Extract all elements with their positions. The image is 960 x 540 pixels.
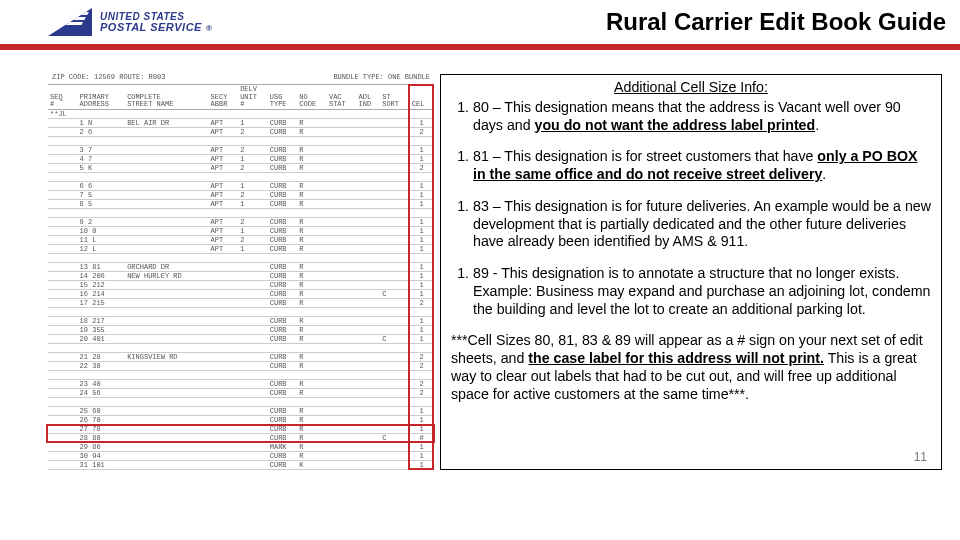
table-row: [48, 254, 434, 263]
usps-logo: UNITED STATES POSTAL SERVICE®: [48, 8, 212, 36]
sheet-col-header: SEQ #: [48, 85, 78, 110]
table-row: [48, 173, 434, 182]
table-row: 16 214CURBRC1: [48, 290, 434, 299]
sheet-table: SEQ #PRIMARY ADDRESSCOMPLETE STREET NAME…: [48, 84, 434, 470]
edit-sheet-image: ZIP CODE: 12569 ROUTE: R003 BUNDLE TYPE:…: [0, 74, 440, 470]
table-row: 22 30CURBR2: [48, 362, 434, 371]
sheet-col-header: NO CODE: [297, 85, 327, 110]
sheet-col-header: PRIMARY ADDRESS: [78, 85, 126, 110]
info-item-81: 81 – This designation is for street cust…: [473, 148, 931, 184]
sheet-col-header: ST SORT: [380, 85, 410, 110]
table-row: [48, 371, 434, 380]
table-row: 11 LAPT2CURBR1: [48, 236, 434, 245]
table-row: 31 101CURBK1: [48, 461, 434, 470]
sheet-columns: SEQ #PRIMARY ADDRESSCOMPLETE STREET NAME…: [48, 85, 434, 110]
info-note: ***Cell Sizes 80, 81, 83 & 89 will appea…: [451, 332, 931, 403]
table-row: 1 NBEL AIR DRAPT1CURBR1: [48, 119, 434, 128]
table-row: 14 206NEW HURLEY RDCURBR1: [48, 272, 434, 281]
table-row: 30 94CURBR1: [48, 452, 434, 461]
slide-header: UNITED STATES POSTAL SERVICE® Rural Carr…: [0, 0, 960, 44]
table-row: 15 212CURBR1: [48, 281, 434, 290]
table-row: 28 80CURBRC#: [48, 434, 434, 443]
table-row: **JL: [48, 110, 434, 119]
info-panel: Additional Cell Size Info: 80 – This des…: [440, 74, 942, 470]
usps-wordmark: UNITED STATES POSTAL SERVICE®: [100, 12, 212, 33]
info-title: Additional Cell Size Info:: [451, 79, 931, 97]
sheet-header-right: BUNDLE TYPE: ONE BUNDLE: [333, 74, 430, 81]
table-row: 27 78CURBR1: [48, 425, 434, 434]
edit-sheet: ZIP CODE: 12569 ROUTE: R003 BUNDLE TYPE:…: [48, 74, 434, 470]
table-row: 19 355CURBR1: [48, 326, 434, 335]
table-row: 2 6APT2CURBR2: [48, 128, 434, 137]
table-row: 5 KAPT2CURBR2: [48, 164, 434, 173]
sheet-col-header: SECY ABBR: [209, 85, 239, 110]
table-row: 10 0APT1CURBR1: [48, 227, 434, 236]
table-row: 7 5APT2CURBR1: [48, 191, 434, 200]
table-row: [48, 137, 434, 146]
table-row: 8 5APT1CURBR1: [48, 200, 434, 209]
table-row: [48, 344, 434, 353]
info-item-80: 80 – This designation means that the add…: [473, 99, 931, 135]
table-row: 12 LAPT1CURBR1: [48, 245, 434, 254]
sheet-col-header: ADL IND: [357, 85, 381, 110]
table-row: 20 401CURBRC1: [48, 335, 434, 344]
info-item-89: 89 - This designation is to annotate a s…: [473, 265, 931, 318]
sheet-col-header: VAC STAT: [327, 85, 357, 110]
sheet-header: ZIP CODE: 12569 ROUTE: R003 BUNDLE TYPE:…: [48, 74, 434, 84]
table-row: 3 7APT2CURBR1: [48, 146, 434, 155]
sheet-col-header: USG TYPE: [268, 85, 298, 110]
sheet-col-header: COMPLETE STREET NAME: [125, 85, 208, 110]
table-row: 29 86MARKR1: [48, 443, 434, 452]
table-row: 9 2APT2CURBR1: [48, 218, 434, 227]
sheet-col-header: DELV UNIT #: [238, 85, 268, 110]
info-list: 80 – This designation means that the add…: [451, 99, 931, 319]
info-item-83: 83 – This designation is for future deli…: [473, 198, 931, 251]
table-row: 23 40CURBR2: [48, 380, 434, 389]
page-number: 11: [914, 450, 927, 465]
table-row: 24 56CURBR2: [48, 389, 434, 398]
sheet-col-header: CEL: [410, 85, 434, 110]
table-row: [48, 209, 434, 218]
table-row: 21 28KINGSVIEW RDCURBR2: [48, 353, 434, 362]
sheet-header-left: ZIP CODE: 12569 ROUTE: R003: [52, 74, 165, 81]
page-title: Rural Carrier Edit Book Guide: [606, 8, 946, 36]
content-area: ZIP CODE: 12569 ROUTE: R003 BUNDLE TYPE:…: [0, 50, 960, 470]
eagle-icon: [48, 8, 92, 36]
table-row: 26 70CURBR1: [48, 416, 434, 425]
table-row: [48, 308, 434, 317]
table-row: 17 215CURBR2: [48, 299, 434, 308]
table-row: 13 81ORCHARD DRCURBR1: [48, 263, 434, 272]
table-row: 18 217CURBR1: [48, 317, 434, 326]
table-row: 4 7APT1CURBR1: [48, 155, 434, 164]
table-row: [48, 398, 434, 407]
logo-line-2: POSTAL SERVICE®: [100, 22, 212, 33]
table-row: 6 6APT1CURBR1: [48, 182, 434, 191]
table-row: 25 60CURBR1: [48, 407, 434, 416]
